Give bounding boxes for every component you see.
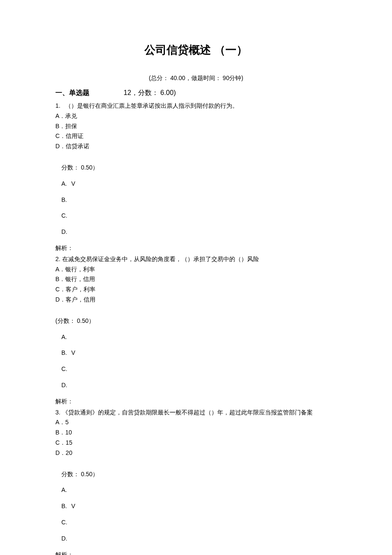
score-line: 分数： 0.50） xyxy=(55,469,337,480)
option-a: A．5 xyxy=(55,417,337,428)
score-line: (分数： 0.50） xyxy=(55,316,337,326)
answer-c: C. xyxy=(55,364,337,374)
answer-b: B.V xyxy=(55,501,337,512)
option-a: A．银行，利率 xyxy=(55,265,337,275)
question-number: 2. xyxy=(55,256,61,262)
question-text: 1. （）是银行在商业汇票上签章承诺按出票人指示到期付款的行为。 xyxy=(55,101,337,111)
option-b: B．10 xyxy=(55,428,337,438)
section-count: 12，分数： 6.00) xyxy=(124,89,176,98)
check-mark: V xyxy=(71,180,75,187)
answer-c: C. xyxy=(55,518,337,528)
question-stem: （）是银行在商业汇票上签章承诺按出票人指示到期付款的行为。 xyxy=(65,102,238,109)
question-text: 3. 《贷款通则》的规定，自营贷款期限最长一般不得超过（）年，超过此年限应当报监… xyxy=(55,408,337,418)
option-c: C．15 xyxy=(55,438,337,448)
section-label: 一、单选题 xyxy=(55,89,89,96)
option-a: A．承兑 xyxy=(55,111,337,121)
check-mark: V xyxy=(71,349,75,356)
section-header: 一、单选题 12，分数： 6.00) xyxy=(55,89,337,98)
analysis-label: 解析： xyxy=(55,243,337,253)
option-b: B．银行，信用 xyxy=(55,274,337,285)
option-b: B．担保 xyxy=(55,121,337,132)
analysis-label: 解析： xyxy=(55,550,337,555)
analysis-label: 解析： xyxy=(55,397,337,407)
option-d: D．20 xyxy=(55,448,337,458)
option-c: C．信用证 xyxy=(55,131,337,141)
question-block: 3. 《贷款通则》的规定，自营贷款期限最长一般不得超过（）年，超过此年限应当报监… xyxy=(55,408,337,555)
answer-c: C. xyxy=(55,211,337,221)
answer-d: D. xyxy=(55,534,337,544)
question-block: 1. （）是银行在商业汇票上签章承诺按出票人指示到期付款的行为。 A．承兑 B．… xyxy=(55,101,337,253)
answer-a: A.V xyxy=(55,179,337,189)
document-title: 公司信贷概述 （一） xyxy=(55,43,337,58)
question-number: 3. xyxy=(55,409,61,416)
answer-b: B.V xyxy=(55,348,337,358)
meta-info: (总分： 40.00，做题时间： 90分钟) xyxy=(55,75,337,82)
question-stem: 在减免交易保证金业务中，从风险的角度看，（）承担了交易中的（）风险 xyxy=(62,256,259,262)
option-c: C．客户，利率 xyxy=(55,285,337,295)
answer-d: D. xyxy=(55,380,337,391)
check-mark: V xyxy=(71,503,75,509)
question-block: 2. 在减免交易保证金业务中，从风险的角度看，（）承担了交易中的（）风险 A．银… xyxy=(55,254,337,407)
score-line: 分数： 0.50） xyxy=(55,163,337,173)
question-text: 2. 在减免交易保证金业务中，从风险的角度看，（）承担了交易中的（）风险 xyxy=(55,254,337,265)
question-stem: 《贷款通则》的规定，自营贷款期限最长一般不得超过（）年，超过此年限应当报监管部门… xyxy=(62,409,313,416)
option-d: D．客户，信用 xyxy=(55,295,337,305)
option-d: D．信贷承诺 xyxy=(55,141,337,152)
answer-a: A. xyxy=(55,332,337,342)
answer-b: B. xyxy=(55,195,337,205)
answer-a: A. xyxy=(55,485,337,495)
answer-d: D. xyxy=(55,227,337,237)
